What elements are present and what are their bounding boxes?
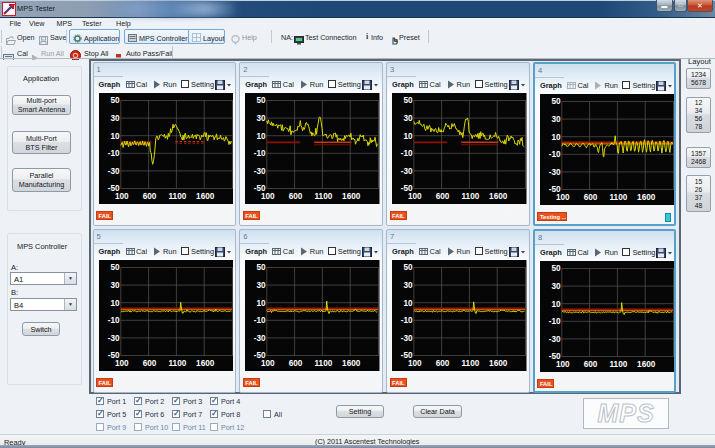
svg-text:10: 10 <box>110 298 120 307</box>
svg-text:-10: -10 <box>107 316 119 325</box>
svg-text:30: 30 <box>257 114 267 123</box>
svg-text:-30: -30 <box>401 166 413 175</box>
svg-text:50: 50 <box>551 264 561 273</box>
svg-text:-10: -10 <box>401 316 413 325</box>
svg-text:600: 600 <box>436 191 450 200</box>
svg-text:1100: 1100 <box>609 359 627 368</box>
svg-text:-10: -10 <box>401 149 413 158</box>
svg-text:1100: 1100 <box>168 358 186 367</box>
svg-text:600: 600 <box>289 191 303 200</box>
svg-text:100: 100 <box>408 358 422 367</box>
svg-text:100: 100 <box>556 359 570 368</box>
svg-text:-10: -10 <box>254 149 266 158</box>
svg-text:50: 50 <box>257 263 267 272</box>
svg-text:-30: -30 <box>549 334 561 343</box>
svg-text:600: 600 <box>142 358 156 367</box>
svg-text:100: 100 <box>556 192 570 201</box>
svg-text:600: 600 <box>584 359 598 368</box>
svg-text:100: 100 <box>114 191 128 200</box>
svg-text:1600: 1600 <box>637 359 656 368</box>
svg-text:-30: -30 <box>549 167 561 176</box>
svg-text:1100: 1100 <box>315 358 333 367</box>
svg-text:1600: 1600 <box>489 358 508 367</box>
svg-text:-10: -10 <box>549 317 561 326</box>
svg-text:-10: -10 <box>107 149 119 158</box>
svg-text:10: 10 <box>257 131 267 140</box>
svg-text:-30: -30 <box>401 333 413 342</box>
svg-text:30: 30 <box>110 281 120 290</box>
svg-text:1600: 1600 <box>342 358 361 367</box>
svg-text:600: 600 <box>289 358 303 367</box>
svg-text:10: 10 <box>403 298 413 307</box>
svg-text:30: 30 <box>551 115 561 124</box>
svg-text:600: 600 <box>584 192 598 201</box>
svg-text:10: 10 <box>551 299 561 308</box>
svg-text:30: 30 <box>551 282 561 291</box>
svg-text:1100: 1100 <box>315 191 333 200</box>
svg-text:100: 100 <box>408 191 422 200</box>
svg-text:-30: -30 <box>254 333 266 342</box>
svg-text:30: 30 <box>403 281 413 290</box>
svg-text:1600: 1600 <box>196 358 215 367</box>
svg-text:30: 30 <box>110 114 120 123</box>
svg-text:10: 10 <box>403 131 413 140</box>
svg-text:600: 600 <box>436 358 450 367</box>
svg-text:100: 100 <box>261 191 275 200</box>
svg-text:10: 10 <box>110 131 120 140</box>
svg-text:50: 50 <box>403 96 413 105</box>
svg-text:-30: -30 <box>254 166 266 175</box>
svg-text:-30: -30 <box>107 333 119 342</box>
svg-text:1100: 1100 <box>168 191 186 200</box>
svg-text:100: 100 <box>114 358 128 367</box>
svg-text:1600: 1600 <box>637 192 656 201</box>
svg-text:-10: -10 <box>254 316 266 325</box>
svg-text:100: 100 <box>261 358 275 367</box>
svg-text:1600: 1600 <box>196 191 215 200</box>
svg-text:50: 50 <box>551 97 561 106</box>
svg-text:1100: 1100 <box>462 191 480 200</box>
svg-text:50: 50 <box>110 263 120 272</box>
svg-text:1100: 1100 <box>609 192 627 201</box>
svg-text:10: 10 <box>551 132 561 141</box>
svg-text:1600: 1600 <box>489 191 508 200</box>
svg-text:50: 50 <box>257 96 267 105</box>
svg-text:50: 50 <box>403 263 413 272</box>
svg-text:50: 50 <box>110 96 120 105</box>
svg-text:30: 30 <box>257 281 267 290</box>
svg-text:1600: 1600 <box>342 191 361 200</box>
svg-text:-10: -10 <box>549 150 561 159</box>
svg-text:1100: 1100 <box>462 358 480 367</box>
svg-text:600: 600 <box>142 191 156 200</box>
svg-text:30: 30 <box>403 114 413 123</box>
svg-text:-30: -30 <box>107 166 119 175</box>
svg-text:10: 10 <box>257 298 267 307</box>
